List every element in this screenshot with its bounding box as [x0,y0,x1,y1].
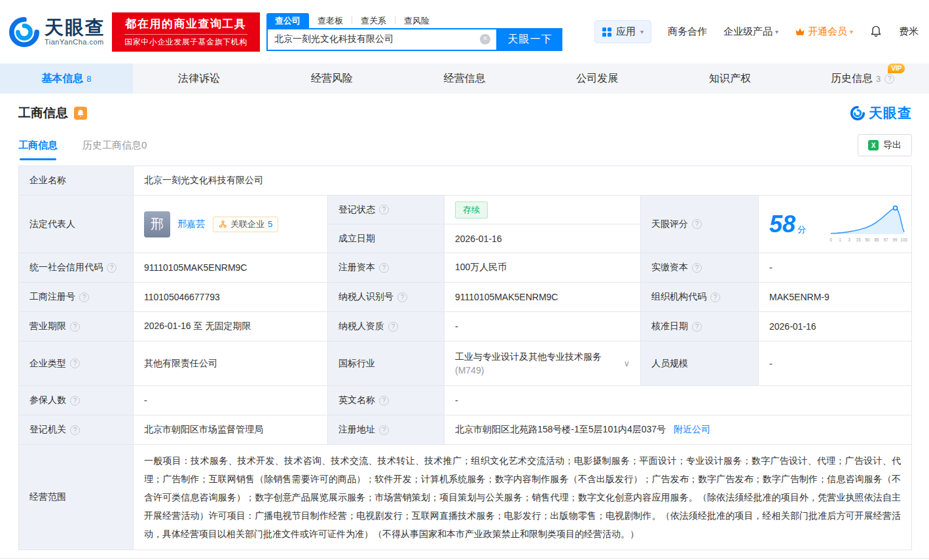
insured-count-value: - [134,386,328,415]
company-type-label: 企业类型? [19,341,134,386]
enterprise-products-menu[interactable]: 企业级产品 ▾ [723,26,778,38]
related-companies-label: 关联企业 [230,219,264,230]
tab-intellectual-property[interactable]: 知识产权 [664,63,797,94]
tab-basic-info-label: 基本信息 [41,72,83,86]
reg-status-label: 登记状态? [328,196,445,224]
help-icon[interactable]: ? [70,322,80,332]
tianyancha-watermark-text: 天眼查 [869,104,912,122]
logo-text-en: TianYanCha.com [45,38,105,46]
org-code-value: MAK5ENRM-9 [759,283,912,312]
search-input[interactable] [268,34,480,44]
reg-status-value: 存续 [445,196,641,224]
legal-rep-avatar[interactable]: 邢 [144,211,170,237]
help-icon[interactable]: ? [692,219,702,229]
caret-down-icon: ▾ [850,28,853,35]
help-icon[interactable]: ? [692,263,702,273]
caret-down-icon: ▾ [775,28,778,35]
tab-operational-risk-label: 经营风险 [311,72,353,86]
tab-history-info[interactable]: 历史信息 3 ? VIP [796,63,929,94]
est-date-label: 成立日期 [328,224,445,253]
header-right: 应用 ▾ 商务合作 企业级产品 ▾ 开通会员 ▾ 费米 [594,20,929,43]
help-icon[interactable]: ? [884,74,894,84]
logo-text-cn: 天眼查 [45,18,105,37]
score-label: 天眼评分? [641,196,759,253]
industry-label: 国标行业 [328,341,445,386]
reg-capital-value: 100万人民币 [445,253,641,283]
reg-no-value: 110105046677793 [134,283,328,312]
section-header: 工商信息 天眼查 [18,104,912,122]
promo-banner: 都在用的商业查询工具 国家中小企业发展子基金旗下机构 [112,12,260,52]
nearby-companies-link[interactable]: 附近公司 [674,424,710,436]
chevron-down-icon[interactable]: ∨ [623,359,630,368]
notification-bell-icon[interactable] [869,24,883,39]
export-button[interactable]: X 导出 [858,134,912,156]
svg-text:100: 100 [901,237,907,242]
search-button[interactable]: 天眼一下 [498,28,562,51]
tab-operational-risk[interactable]: 经营风险 [265,63,398,94]
help-icon[interactable]: ? [107,263,117,273]
help-icon[interactable]: ? [379,205,389,215]
svg-text:1: 1 [839,237,841,242]
search-tabs: 查公司 查老板 查关系 查风险 [266,13,562,28]
search-tab-boss[interactable]: 查老板 [309,13,352,28]
help-icon[interactable]: ? [388,322,398,332]
help-icon[interactable]: ? [79,292,89,302]
enterprise-products-label: 企业级产品 [723,26,773,38]
related-companies-badge[interactable]: 关联企业 5 [213,217,278,232]
subtabs: 工商信息 历史工商信息0 X 导出 [18,134,912,160]
business-cooperation-link[interactable]: 商务合作 [668,26,707,38]
search-tab-risk[interactable]: 查风险 [395,13,438,28]
tianyancha-logo[interactable]: 天眼查 TianYanCha.com [8,16,105,48]
tab-business-info[interactable]: 经营信息 [398,63,531,94]
tab-legal-proceedings-label: 法律诉讼 [178,72,220,86]
industry-value[interactable]: 工业与专业设计及其他专业技术服务 (M749) ∨ [445,341,641,386]
help-icon[interactable]: ? [692,322,702,332]
reg-no-label: 工商注册号? [19,283,134,312]
svg-text:15: 15 [856,237,861,242]
excel-icon: X [868,140,879,150]
english-name-label: 英文名称? [328,386,445,415]
insured-count-label: 参保人数? [19,386,134,415]
help-icon[interactable]: ? [710,292,720,302]
business-term-label: 营业期限? [19,312,134,341]
section-divider [0,558,929,559]
tab-business-info-label: 经营信息 [444,72,486,86]
section-title-text: 工商信息 [18,105,68,122]
score-value: 58 分 0131550859799100 [759,196,912,253]
apps-menu[interactable]: 应用 ▾ [594,20,651,43]
tab-company-development[interactable]: 公司发展 [531,63,664,94]
business-term-value: 2026-01-16 至 无固定期限 [134,312,328,341]
help-icon[interactable]: ? [397,292,407,302]
help-icon[interactable]: ? [379,396,389,406]
business-scope-label: 经营范围 [19,445,134,550]
help-icon[interactable]: ? [70,396,80,406]
subscribe-bell-icon[interactable] [74,107,87,120]
export-button-label: 导出 [883,139,902,151]
search-tab-company[interactable]: 查公司 [266,13,309,28]
svg-text:99: 99 [892,237,898,242]
svg-text:0: 0 [829,237,832,242]
tab-intellectual-property-label: 知识产权 [709,72,751,86]
help-icon[interactable]: ? [379,425,389,435]
search-tab-relation[interactable]: 查关系 [352,13,395,28]
score-chart[interactable]: 0131550859799100 [828,205,907,244]
legal-rep-name-link[interactable]: 邢嘉芸 [177,219,205,230]
tab-basic-info[interactable]: 基本信息 8 [0,63,133,94]
subtab-business-info[interactable]: 工商信息 [18,139,58,160]
help-icon[interactable]: ? [70,425,80,435]
tianyancha-watermark-icon [850,105,865,121]
vip-membership-menu[interactable]: 开通会员 ▾ [795,26,853,38]
related-companies-count: 5 [268,219,272,229]
search-row: × 天眼一下 [266,28,562,51]
reg-authority-label: 登记机关? [19,415,134,445]
approve-date-label: 核准日期? [641,312,759,341]
status-badge: 存续 [455,201,488,219]
help-icon[interactable]: ? [379,263,389,273]
est-date-value: 2026-01-16 [445,224,641,253]
tab-legal-proceedings[interactable]: 法律诉讼 [133,63,266,94]
subtab-history-business-info[interactable]: 历史工商信息0 [82,139,147,160]
clear-icon[interactable]: × [480,34,490,44]
username-menu[interactable]: 费米 [899,26,919,38]
reg-address-value: 北京市朝阳区北苑路158号楼-1至5层101内4层037号 附近公司 [445,415,912,445]
help-icon[interactable]: ? [70,359,80,368]
